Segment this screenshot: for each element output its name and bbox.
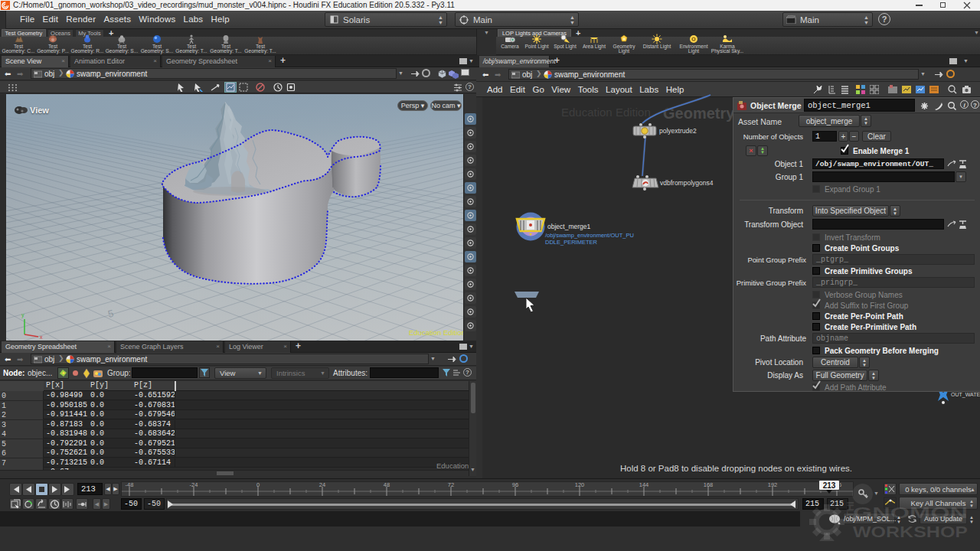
svg-text:24: 24 bbox=[319, 482, 325, 488]
svg-text:GNOMON: GNOMON bbox=[853, 504, 968, 521]
svg-text:48: 48 bbox=[384, 482, 390, 488]
svg-text:Education Edition: Education Edition bbox=[409, 328, 463, 337]
svg-text:OUT_WATE: OUT_WATE bbox=[951, 392, 980, 398]
svg-text:96: 96 bbox=[512, 482, 518, 488]
svg-text:72: 72 bbox=[448, 482, 454, 488]
svg-text:y: y bbox=[21, 312, 24, 318]
svg-text:-24: -24 bbox=[190, 482, 198, 488]
svg-text:x: x bbox=[40, 334, 43, 340]
svg-text:vdbfrompolygons4: vdbfrompolygons4 bbox=[660, 179, 714, 187]
svg-text:0: 0 bbox=[256, 482, 260, 488]
svg-text:168: 168 bbox=[704, 482, 714, 488]
svg-text:192: 192 bbox=[768, 482, 778, 488]
svg-text:144: 144 bbox=[639, 482, 649, 488]
svg-text:-48: -48 bbox=[126, 482, 134, 488]
svg-text:120: 120 bbox=[575, 482, 585, 488]
svg-text:polyextrude2: polyextrude2 bbox=[659, 127, 697, 135]
svg-text:WORKSHOP: WORKSHOP bbox=[853, 523, 968, 540]
svg-text:DDLE_PERIMETER: DDLE_PERIMETER bbox=[545, 239, 598, 246]
svg-text:object_merge1: object_merge1 bbox=[547, 223, 591, 230]
svg-text:/obj/swamp_environment/OUT_PU: /obj/swamp_environment/OUT_PU bbox=[545, 232, 634, 239]
